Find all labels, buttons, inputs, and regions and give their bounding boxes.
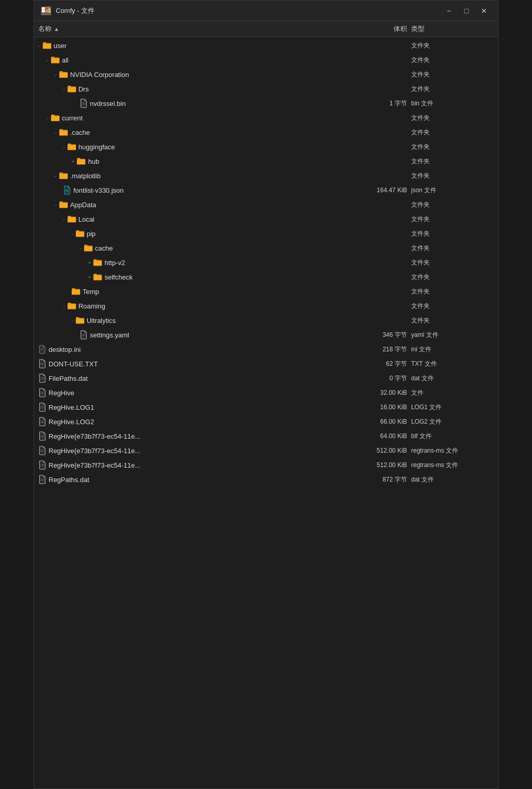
file-name: NVIDIA Corporation <box>70 71 129 79</box>
folder-icon <box>51 114 60 122</box>
list-item[interactable]: RegHive{e73b7f73-ec54-11e...512.00 KiBre… <box>34 443 498 458</box>
file-icon <box>38 417 46 426</box>
file-icon <box>38 475 46 484</box>
folder-icon <box>51 56 60 64</box>
file-type: LOG1 文件 <box>411 403 494 412</box>
list-item[interactable]: - AppData文件夹 <box>34 197 498 212</box>
list-item[interactable]: + http-v2文件夹 <box>34 255 498 270</box>
list-item[interactable]: - .matplotlib文件夹 <box>34 168 498 183</box>
list-item[interactable]: - cache文件夹 <box>34 241 498 255</box>
type-header[interactable]: 类型 <box>411 24 494 34</box>
folder-icon <box>59 200 68 209</box>
list-item[interactable]: - pip文件夹 <box>34 226 498 241</box>
tree-prefix-icon: - <box>55 129 57 135</box>
file-name: RegHive{e73b7f73-ec54-11e... <box>49 461 140 469</box>
tree-prefix-icon: - <box>55 173 57 179</box>
list-item[interactable]: - Roaming文件夹 <box>34 299 498 313</box>
list-item[interactable]: nvdrssel.bin1 字节bin 文件 <box>34 96 498 111</box>
close-button[interactable]: ✕ <box>476 5 492 17</box>
folder-icon <box>59 70 68 79</box>
tree-prefix-icon: - <box>63 303 65 309</box>
file-type: bin 文件 <box>411 99 494 108</box>
list-item[interactable]: RegPaths.dat872 字节dat 文件 <box>34 472 498 487</box>
file-name: huggingface <box>79 143 115 151</box>
file-size: 32.00 KiB <box>344 389 411 396</box>
list-item[interactable]: RegHive{e73b7f73-ec54-11e...64.00 KiBblf… <box>34 429 498 443</box>
tree-prefix-icon: - <box>80 245 82 251</box>
file-name: Roaming <box>79 302 105 310</box>
list-item[interactable]: RegHive.LOG266.00 KiBLOG2 文件 <box>34 414 498 429</box>
folder-icon <box>59 128 68 136</box>
list-item[interactable]: desktop.ini218 字节ini 文件 <box>34 342 498 357</box>
folder-icon <box>93 273 102 281</box>
file-name: DONT-USE.TXT <box>49 360 98 368</box>
file-icon <box>38 460 46 470</box>
file-icon <box>38 388 46 397</box>
folder-icon <box>67 215 76 223</box>
list-item[interactable]: + selfcheck文件夹 <box>34 270 498 284</box>
file-type: 文件夹 <box>411 273 494 282</box>
size-header[interactable]: 体积 <box>344 24 411 34</box>
file-type: regtrans-ms 文件 <box>411 461 494 470</box>
file-type: 文件夹 <box>411 56 494 65</box>
list-item[interactable]: - Ultralytics文件夹 <box>34 313 498 328</box>
list-item[interactable]: - huggingface文件夹 <box>34 140 498 154</box>
list-item[interactable]: - Local文件夹 <box>34 212 498 226</box>
list-item[interactable]: settings.yaml346 字节yaml 文件 <box>34 328 498 342</box>
file-type: 文件夹 <box>411 244 494 253</box>
file-name: RegHive <box>49 389 74 397</box>
list-item[interactable]: RegHive.LOG116.00 KiBLOG1 文件 <box>34 400 498 414</box>
file-size: 16.00 KiB <box>344 404 411 411</box>
file-type: json 文件 <box>411 186 494 195</box>
list-item[interactable]: - user文件夹 <box>34 38 498 53</box>
tree-prefix-icon: + <box>88 259 91 266</box>
file-type: dat 文件 <box>411 475 494 484</box>
list-item[interactable]: - Drs文件夹 <box>34 82 498 96</box>
file-name: Local <box>79 215 95 223</box>
file-name: Drs <box>79 85 89 93</box>
file-type: 文件夹 <box>411 287 494 296</box>
window-controls: − □ ✕ <box>441 5 492 17</box>
file-type: 文件 <box>411 389 494 397</box>
file-name: fontlist-v330.json <box>73 187 124 194</box>
file-type: blf 文件 <box>411 432 494 441</box>
folder-icon <box>67 302 76 310</box>
folder-icon <box>75 316 85 324</box>
list-item[interactable]: DONT-USE.TXT62 字节TXT 文件 <box>34 357 498 371</box>
folder-icon <box>67 85 76 93</box>
list-item[interactable]: RegHive{e73b7f73-ec54-11e...512.00 KiBre… <box>34 458 498 472</box>
list-item[interactable]: + hub文件夹 <box>34 154 498 168</box>
file-name: current <box>62 114 83 122</box>
file-type: ini 文件 <box>411 345 494 354</box>
file-icon <box>38 446 46 455</box>
list-item[interactable]: - .cache文件夹 <box>34 125 498 140</box>
file-name: RegHive{e73b7f73-ec54-11e... <box>49 432 140 440</box>
file-type: 文件夹 <box>411 128 494 137</box>
minimize-button[interactable]: − <box>441 5 457 17</box>
list-item[interactable]: fontlist-v330.json164.47 KiBjson 文件 <box>34 183 498 197</box>
sort-arrow-icon: ▲ <box>54 26 59 32</box>
titlebar-left: 🍱 Comfy - 文件 <box>40 5 95 17</box>
list-item[interactable]: Temp文件夹 <box>34 284 498 299</box>
file-type: yaml 文件 <box>411 331 494 339</box>
file-name: AppData <box>70 201 97 209</box>
file-type: 文件夹 <box>411 114 494 122</box>
file-name: RegPaths.dat <box>49 476 89 484</box>
list-item[interactable]: - current文件夹 <box>34 111 498 125</box>
file-type: 文件夹 <box>411 85 494 94</box>
list-item[interactable]: - NVIDIA Corporation文件夹 <box>34 67 498 82</box>
file-name: cache <box>95 244 113 252</box>
list-item[interactable]: FilePaths.dat0 字节dat 文件 <box>34 371 498 385</box>
file-icon <box>80 330 88 339</box>
list-item[interactable]: RegHive32.00 KiB文件 <box>34 385 498 400</box>
file-type: LOG2 文件 <box>411 417 494 426</box>
file-list[interactable]: - user文件夹- all文件夹- NVIDIA Corporation文件夹… <box>34 37 498 788</box>
list-item[interactable]: - all文件夹 <box>34 53 498 67</box>
file-type: TXT 文件 <box>411 360 494 368</box>
tree-prefix-icon: - <box>63 86 65 92</box>
file-name: nvdrssel.bin <box>90 100 126 107</box>
file-icon <box>38 403 46 412</box>
maximize-button[interactable]: □ <box>459 5 474 17</box>
tree-prefix-icon: - <box>55 71 57 78</box>
name-header[interactable]: 名称 ▲ <box>38 24 344 34</box>
